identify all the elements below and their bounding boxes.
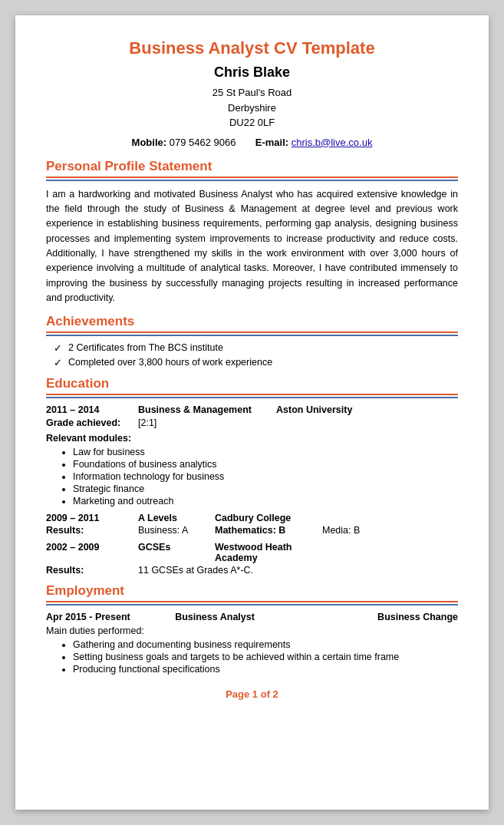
check-icon-2: ✓ (54, 357, 62, 368)
edu-institution-1: Aston University (276, 404, 458, 415)
edu-years-3: 2002 – 2009 (46, 542, 138, 563)
education-heading: Education (46, 376, 458, 391)
check-icon-1: ✓ (54, 342, 62, 354)
edu-row-3a: 2002 – 2009 GCSEs Westwood Heath Academy (46, 542, 458, 563)
grade-value: [2:1] (138, 417, 156, 428)
edu-row-2b: Results: Business: A Mathematics: B Medi… (46, 525, 458, 536)
edu-results-label-3: Results: (46, 565, 138, 576)
edu-results-label-2: Results: (46, 525, 138, 536)
mobile-value: 079 5462 9066 (170, 137, 236, 148)
edu-grade-row: Grade achieved: [2:1] (46, 417, 458, 428)
edu-row-3b: Results: 11 GCSEs at Grades A*-C. (46, 565, 458, 576)
edu-results-value-3: 11 GCSEs at Grades A*-C. (138, 565, 253, 576)
edu-row-1: 2011 – 2014 Business & Management Aston … (46, 404, 458, 415)
edu-results-col2: Business: A (138, 525, 215, 536)
edu-results-col3: Mathematics: B (215, 525, 322, 536)
person-name: Chris Blake (46, 64, 458, 81)
achievement-item-2: ✓ Completed over 3,800 hours of work exp… (54, 357, 458, 368)
emp-role: Business Analyst (153, 612, 276, 622)
duty-3: Producing functional specifications (73, 664, 458, 675)
edu-subject-3: GCSEs (138, 542, 215, 563)
duty-2: Setting business goals and targets to be… (73, 652, 458, 662)
grade-label: Grade achieved: (46, 417, 138, 428)
edu-results-col4: Media: B (322, 525, 458, 536)
profile-heading: Personal Profile Statement (46, 159, 458, 174)
achievement-text-1: 2 Certificates from The BCS institute (68, 342, 223, 353)
module-3: Information technology for business (73, 471, 458, 482)
employment-heading: Employment (46, 583, 458, 599)
edu-subject-2: A Levels (138, 513, 215, 523)
edu-institution-2: Cadbury College (215, 513, 322, 523)
module-1: Law for business (73, 447, 458, 457)
email-link[interactable]: chris.b@live.co.uk (292, 137, 373, 148)
module-4: Strategic finance (73, 483, 458, 494)
modules-list: Law for business Foundations of business… (73, 447, 458, 507)
duties-list: Gathering and documenting business requi… (73, 639, 458, 675)
achievements-heading: Achievements (46, 314, 458, 329)
email-label: E-mail: (255, 137, 288, 148)
edu-years-1: 2011 – 2014 (46, 404, 138, 415)
relevant-modules-label: Relevant modules: (46, 433, 458, 444)
module-2: Foundations of business analytics (73, 459, 458, 470)
divider-blue-employment (46, 604, 458, 606)
person-address: 25 St Paul's Road Derbyshire DU22 0LF (46, 85, 458, 130)
emp-period: Apr 2015 - Present (46, 612, 153, 622)
divider-blue-achievements (46, 335, 458, 336)
divider-orange-employment (46, 601, 458, 602)
edu-subject-1: Business & Management (138, 404, 276, 415)
divider-orange-profile (46, 177, 458, 178)
module-5: Marketing and outreach (73, 496, 458, 507)
page-number: Page 1 of 2 (46, 688, 458, 700)
duties-label: Main duties performed: (46, 625, 458, 636)
achievement-text-2: Completed over 3,800 hours of work exper… (68, 357, 272, 368)
profile-text: I am a hardworking and motivated Busines… (46, 187, 458, 306)
edu-institution-3: Westwood Heath Academy (215, 542, 322, 563)
education-block-3: 2002 – 2009 GCSEs Westwood Heath Academy… (46, 542, 458, 576)
mobile-label: Mobile: (132, 137, 167, 148)
divider-blue-profile (46, 180, 458, 181)
divider-orange-education (46, 394, 458, 395)
achievement-item-1: ✓ 2 Certificates from The BCS institute (54, 342, 458, 354)
duty-1: Gathering and documenting business requi… (73, 639, 458, 650)
divider-orange-achievements (46, 332, 458, 333)
emp-company: Business Change (276, 612, 458, 622)
employment-header-row: Apr 2015 - Present Business Analyst Busi… (46, 612, 458, 622)
edu-years-2: 2009 – 2011 (46, 513, 138, 523)
contact-line: Mobile: 079 5462 9066 E-mail: chris.b@li… (46, 137, 458, 148)
divider-blue-education (46, 397, 458, 398)
cv-page: Business Analyst CV Template Chris Blake… (15, 15, 489, 810)
education-block-2: 2009 – 2011 A Levels Cadbury College Res… (46, 513, 458, 536)
edu-row-2a: 2009 – 2011 A Levels Cadbury College (46, 513, 458, 523)
education-block-1: 2011 – 2014 Business & Management Aston … (46, 404, 458, 507)
cv-title: Business Analyst CV Template (46, 38, 458, 58)
